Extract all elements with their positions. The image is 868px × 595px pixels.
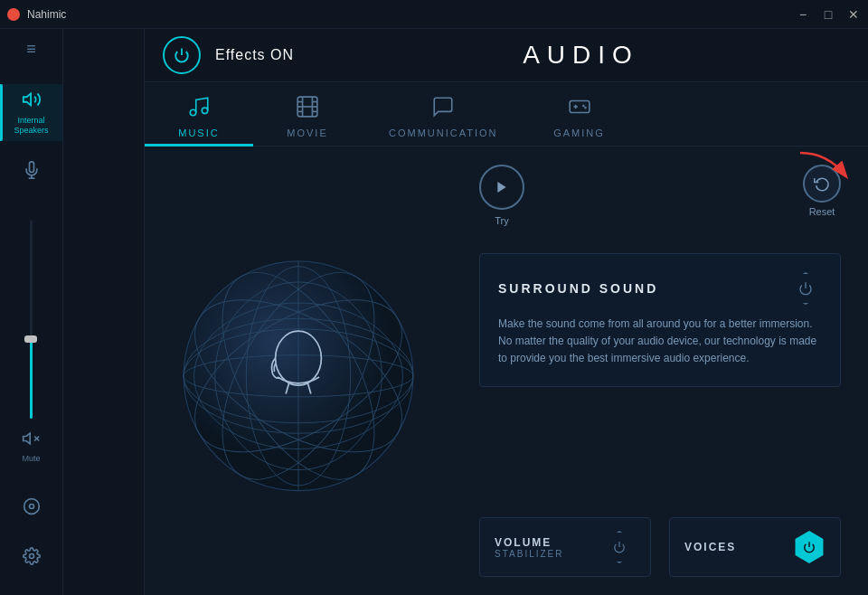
- try-button[interactable]: Try: [479, 165, 524, 226]
- tab-music-label: MUSIC: [178, 128, 219, 138]
- try-label: Try: [495, 215, 508, 226]
- sidebar-item-audio[interactable]: InternalSpeakers: [0, 84, 62, 141]
- effects-power-button[interactable]: [163, 36, 201, 74]
- tab-communication-label: COMMUNICATION: [389, 128, 498, 138]
- mute-label: Mute: [22, 454, 40, 463]
- controls-area: Try: [452, 146, 868, 595]
- sidebar-item-tracker[interactable]: [0, 492, 62, 527]
- effects-header: Effects ON: [163, 36, 294, 74]
- music-tab-icon: [187, 95, 211, 124]
- app-body: ≡ InternalSpeakers: [0, 29, 868, 595]
- reset-label: Reset: [809, 206, 835, 217]
- voices-text: VOICES: [684, 541, 736, 553]
- speaker-icon: [22, 90, 42, 114]
- communication-tab-icon: [431, 95, 455, 124]
- tab-movie[interactable]: MOVIE: [253, 86, 362, 146]
- volume-fill: [30, 339, 33, 419]
- voices-card: VOICES: [669, 517, 841, 577]
- tab-bar: MUSIC MOVIE: [145, 86, 868, 146]
- tab-gaming-label: GAMING: [553, 128, 605, 138]
- volume-stabilizer-card: VOLUME STABILIZER: [479, 517, 651, 577]
- surround-sound-desc: Make the sound come from all around you …: [498, 316, 822, 368]
- surround-sound-header: SURROUND SOUND: [498, 272, 822, 305]
- menu-icon[interactable]: ≡: [26, 40, 36, 59]
- audio-title: AUDIO: [523, 41, 639, 70]
- tab-communication[interactable]: COMMUNICATION: [362, 86, 525, 146]
- svg-point-7: [29, 505, 33, 509]
- app-logo: [7, 8, 20, 21]
- sidebar-item-mic[interactable]: [0, 156, 62, 191]
- volume-stabilizer-title: VOLUME: [495, 536, 564, 549]
- volume-stabilizer-power-button[interactable]: [603, 531, 636, 563]
- try-play-button[interactable]: [479, 165, 524, 210]
- surround-sound-title: SURROUND SOUND: [498, 281, 658, 296]
- svg-rect-20: [570, 101, 590, 113]
- left-panel: ≡ InternalSpeakers: [0, 29, 145, 595]
- gaming-tab-icon: [568, 95, 591, 124]
- surround-sound-power-button[interactable]: [789, 272, 822, 305]
- svg-point-8: [29, 554, 33, 559]
- svg-point-11: [202, 108, 208, 114]
- gear-icon: [23, 547, 41, 570]
- maximize-button[interactable]: □: [821, 7, 835, 22]
- effects-label: Effects ON: [215, 47, 294, 63]
- movie-tab-icon: [296, 95, 319, 124]
- minimize-button[interactable]: −: [796, 7, 810, 22]
- sidebar: ≡ InternalSpeakers: [0, 29, 63, 595]
- svg-point-10: [190, 109, 196, 116]
- tracker-icon: [23, 497, 41, 520]
- svg-marker-0: [23, 94, 30, 106]
- tab-movie-label: MOVIE: [287, 128, 327, 138]
- volume-area: Mute: [22, 198, 40, 485]
- sphere-area: [145, 146, 452, 595]
- volume-slider[interactable]: [30, 220, 33, 419]
- voices-power-button[interactable]: [793, 531, 826, 563]
- app-title: Nahimic: [27, 8, 66, 21]
- red-arrow: [796, 148, 859, 188]
- surround-sound-card: SURROUND SOUND Make the sound come from …: [479, 253, 841, 387]
- mic-icon: [23, 161, 41, 184]
- mute-icon[interactable]: [22, 430, 40, 451]
- reset-button[interactable]: Reset: [803, 165, 841, 217]
- volume-stabilizer-text: VOLUME STABILIZER: [495, 536, 564, 559]
- audio-title-container: AUDIO: [312, 41, 850, 70]
- try-reset-row: Try: [479, 165, 841, 226]
- volume-thumb[interactable]: [24, 335, 37, 343]
- voices-title: VOICES: [684, 541, 736, 553]
- sidebar-item-settings[interactable]: [0, 542, 62, 577]
- sidebar-label-audio: InternalSpeakers: [14, 116, 48, 136]
- svg-marker-38: [497, 182, 505, 193]
- svg-point-22: [584, 108, 585, 109]
- content-area: Try: [145, 146, 868, 595]
- main-content: Effects ON AUDIO MUSIC: [145, 29, 868, 595]
- svg-point-6: [24, 499, 39, 515]
- titlebar: Nahimic − □ ✕: [0, 0, 868, 29]
- svg-marker-3: [24, 433, 31, 444]
- tab-music[interactable]: MUSIC: [145, 86, 253, 146]
- volume-stabilizer-subtitle: STABILIZER: [495, 549, 564, 559]
- titlebar-controls: − □ ✕: [796, 7, 861, 22]
- bottom-features: VOLUME STABILIZER VOICES: [479, 517, 841, 577]
- tab-gaming[interactable]: GAMING: [525, 86, 634, 146]
- svg-point-21: [582, 105, 583, 106]
- top-bar: Effects ON AUDIO: [145, 29, 868, 82]
- sphere-visualization: [163, 165, 434, 577]
- close-button[interactable]: ✕: [846, 7, 861, 22]
- titlebar-left: Nahimic: [7, 8, 66, 21]
